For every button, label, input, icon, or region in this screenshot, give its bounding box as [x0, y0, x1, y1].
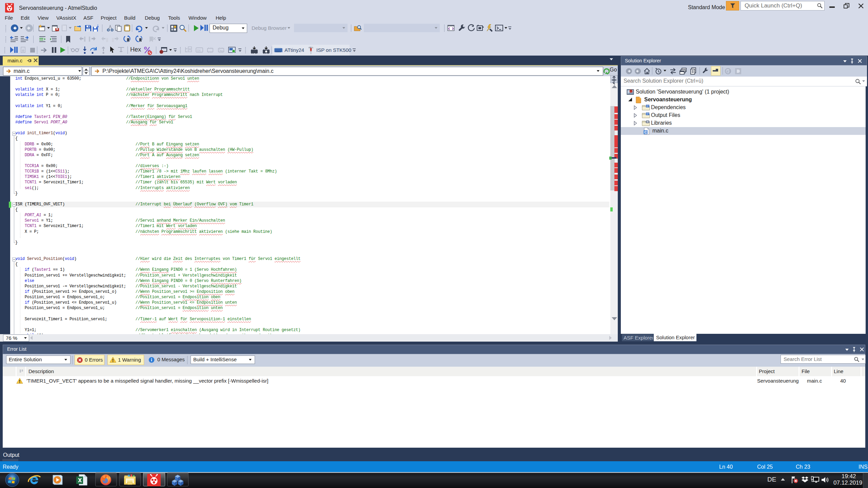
svg-text:$: $: [729, 69, 731, 73]
svg-text:a: a: [726, 69, 728, 73]
svg-text:C: C: [645, 130, 647, 134]
svg-text:0X: 0X: [197, 49, 201, 52]
